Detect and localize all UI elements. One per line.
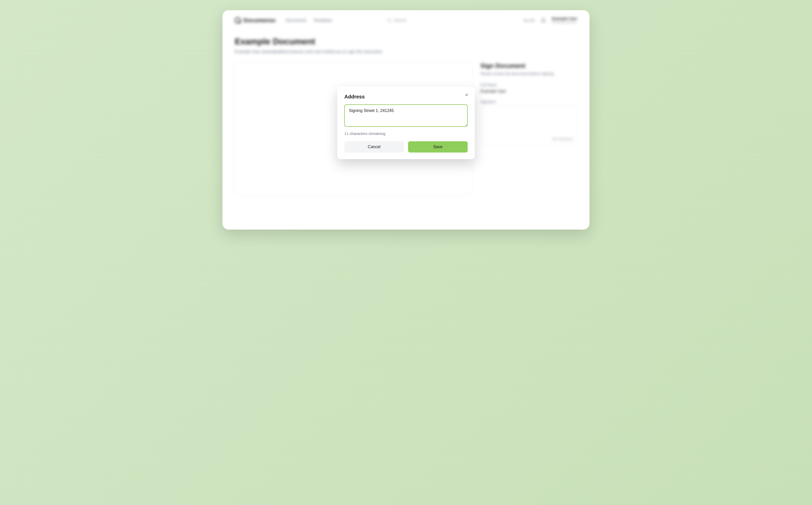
address-textarea[interactable] — [344, 104, 468, 127]
save-button[interactable]: Save — [408, 141, 468, 153]
close-icon — [465, 93, 469, 97]
characters-remaining: 11 characters remaining — [344, 131, 468, 136]
modal-actions: Cancel Save — [344, 141, 468, 153]
modal-title: Address — [344, 94, 468, 100]
modal-backdrop: Address 11 characters remaining Cancel S… — [223, 10, 589, 229]
app-window: Documenso Documents Templates Search en-… — [223, 10, 589, 229]
close-button[interactable] — [464, 92, 470, 98]
cancel-button[interactable]: Cancel — [344, 141, 404, 153]
address-modal: Address 11 characters remaining Cancel S… — [337, 87, 475, 159]
